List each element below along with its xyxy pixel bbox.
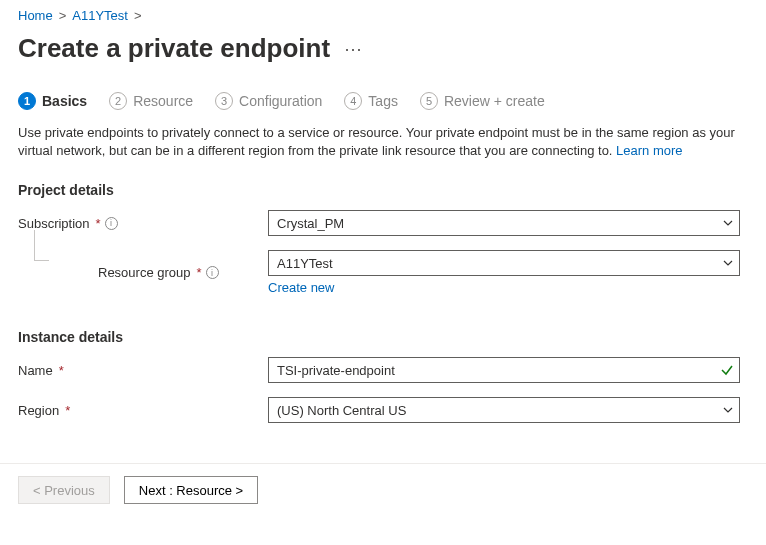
breadcrumb: Home > A11YTest > [18,8,748,23]
tab-number-icon: 2 [109,92,127,110]
name-input[interactable] [268,357,740,383]
tab-basics[interactable]: 1 Basics [18,92,87,110]
breadcrumb-sep: > [134,8,142,23]
tab-label: Configuration [239,93,322,109]
previous-button: < Previous [18,476,110,504]
info-icon[interactable]: i [105,217,118,230]
checkmark-icon [720,363,734,377]
page-title: Create a private endpoint [18,33,330,64]
section-project-details: Project details [18,182,748,198]
tab-resource[interactable]: 2 Resource [109,92,193,110]
breadcrumb-home[interactable]: Home [18,8,53,23]
tab-description: Use private endpoints to privately conne… [18,124,748,160]
breadcrumb-item[interactable]: A11YTest [72,8,128,23]
resource-group-select[interactable] [268,250,740,276]
tab-review-create[interactable]: 5 Review + create [420,92,545,110]
label-region: Region * [18,403,268,418]
label-resource-group: Resource group * i [58,265,268,280]
learn-more-link[interactable]: Learn more [616,143,682,158]
wizard-tabs: 1 Basics 2 Resource 3 Configuration 4 Ta… [18,92,748,110]
tab-label: Resource [133,93,193,109]
required-icon: * [96,216,101,231]
required-icon: * [59,363,64,378]
tab-label: Tags [368,93,398,109]
tab-number-icon: 1 [18,92,36,110]
more-actions-icon[interactable]: ⋯ [344,38,363,60]
tab-number-icon: 4 [344,92,362,110]
label-subscription: Subscription * i [18,216,268,231]
info-icon[interactable]: i [206,266,219,279]
tab-configuration[interactable]: 3 Configuration [215,92,322,110]
subscription-select[interactable] [268,210,740,236]
breadcrumb-sep: > [59,8,67,23]
tab-number-icon: 5 [420,92,438,110]
create-new-link[interactable]: Create new [268,280,740,295]
wizard-footer: < Previous Next : Resource > [0,463,766,516]
section-instance-details: Instance details [18,329,748,345]
tab-label: Review + create [444,93,545,109]
tab-label: Basics [42,93,87,109]
region-select[interactable] [268,397,740,423]
label-name: Name * [18,363,268,378]
tab-number-icon: 3 [215,92,233,110]
next-button[interactable]: Next : Resource > [124,476,258,504]
required-icon: * [65,403,70,418]
tab-tags[interactable]: 4 Tags [344,92,398,110]
required-icon: * [197,265,202,280]
